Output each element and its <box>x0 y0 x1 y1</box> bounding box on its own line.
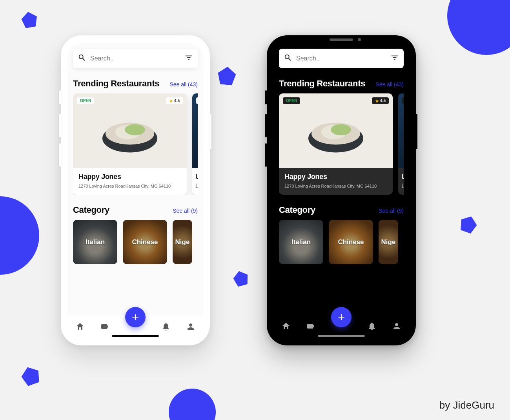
status-badge: OPEN <box>77 97 94 104</box>
nav-notifications[interactable] <box>367 321 377 332</box>
restaurant-name: Happy Jones <box>78 173 181 181</box>
search-input[interactable] <box>90 55 180 62</box>
home-icon <box>75 322 85 331</box>
category-card[interactable]: Nige <box>379 220 398 264</box>
nav-label[interactable] <box>306 321 315 332</box>
notch-camera <box>358 38 361 41</box>
restaurant-address: 12 <box>401 184 404 188</box>
category-card[interactable]: Nige <box>173 220 192 264</box>
nav-label[interactable] <box>100 322 109 333</box>
home-icon <box>281 321 291 331</box>
restaurant-card[interactable]: OPEN 4.5 Happy Jones 1278 Loving Acres R… <box>73 93 187 195</box>
restaurant-image: OPEN 4.5 <box>73 93 187 168</box>
category-label: Chinese <box>338 238 364 246</box>
decoration-pentagon <box>20 11 38 29</box>
star-icon <box>169 99 173 103</box>
category-card[interactable]: Chinese <box>329 220 373 264</box>
category-label: Italian <box>86 238 105 246</box>
trending-title: Trending Restaurants <box>73 79 159 89</box>
restaurant-name: U <box>195 173 198 181</box>
home-indicator <box>112 335 159 337</box>
nav-home[interactable] <box>75 322 85 333</box>
category-title: Category <box>73 205 109 215</box>
decoration-circle <box>0 196 39 275</box>
svg-point-7 <box>331 124 351 135</box>
attribution: by JideGuru <box>439 399 494 411</box>
fab-add[interactable] <box>125 307 146 327</box>
person-icon <box>392 321 401 331</box>
category-see-all[interactable]: See all (9) <box>379 208 404 214</box>
trending-see-all[interactable]: See all (43) <box>375 81 404 88</box>
category-label: Italian <box>291 238 311 246</box>
rating-badge: 4.5 <box>166 97 183 104</box>
nav-profile[interactable] <box>186 322 195 333</box>
search-icon <box>284 53 292 64</box>
decoration-pentagon <box>19 364 42 387</box>
decoration-pentagon <box>458 214 479 235</box>
restaurant-image: OP <box>192 93 198 168</box>
status-badge: OPEN <box>283 97 300 104</box>
rating-value: 4.5 <box>174 99 180 103</box>
rating-badge: 4.5 <box>372 97 389 104</box>
search-icon <box>78 53 86 64</box>
phone-dark: Trending Restaurants See all (43) OPEN 4… <box>267 35 416 345</box>
category-card[interactable]: Italian <box>73 220 117 264</box>
home-indicator <box>318 335 365 337</box>
category-label: Nige <box>175 238 190 246</box>
restaurant-name: U <box>401 173 404 181</box>
plus-icon <box>130 312 140 322</box>
plus-icon <box>336 312 346 322</box>
notch-speaker <box>330 38 353 41</box>
trending-see-all[interactable]: See all (43) <box>169 81 198 88</box>
filter-icon[interactable] <box>390 53 399 64</box>
category-card[interactable]: Chinese <box>123 220 167 264</box>
category-card[interactable]: Italian <box>279 220 323 264</box>
nav-notifications[interactable] <box>161 322 171 333</box>
restaurant-image: OPEN 4.5 <box>279 93 393 168</box>
decoration-circle <box>447 0 510 55</box>
bell-icon <box>367 321 377 331</box>
fab-add[interactable] <box>331 307 352 327</box>
restaurant-address: 1278 Loving Acres RoadKansas City, MO 64… <box>284 184 387 188</box>
category-label: Chinese <box>132 238 158 246</box>
restaurant-name: Happy Jones <box>284 173 387 181</box>
restaurant-image: OP <box>398 93 404 168</box>
category-see-all[interactable]: See all (9) <box>173 208 198 214</box>
decoration-pentagon <box>217 66 237 86</box>
restaurant-card[interactable]: OP U 12 <box>192 93 198 195</box>
decoration-pentagon <box>232 269 250 288</box>
category-title: Category <box>279 205 315 215</box>
person-icon <box>186 322 195 331</box>
restaurant-address: 12 <box>195 184 198 188</box>
label-icon <box>306 321 315 331</box>
nav-profile[interactable] <box>392 321 401 332</box>
search-bar[interactable] <box>73 49 198 68</box>
phone-light: Trending Restaurants See all (43) OPEN 4… <box>61 35 210 345</box>
filter-icon[interactable] <box>184 53 193 64</box>
decoration-circle <box>169 389 216 420</box>
restaurant-card[interactable]: OPEN 4.5 Happy Jones 1278 Loving Acres R… <box>279 93 393 195</box>
search-bar[interactable] <box>279 49 404 68</box>
svg-point-3 <box>125 124 145 135</box>
trending-title: Trending Restaurants <box>279 79 365 89</box>
bell-icon <box>161 322 171 331</box>
rating-value: 4.5 <box>380 99 386 103</box>
category-label: Nige <box>381 238 396 246</box>
star-icon <box>375 99 379 103</box>
label-icon <box>100 322 109 331</box>
restaurant-card[interactable]: OP U 12 <box>398 93 404 195</box>
nav-home[interactable] <box>281 321 291 332</box>
search-input[interactable] <box>296 55 386 62</box>
status-badge: OP <box>402 97 404 104</box>
restaurant-address: 1278 Loving Acres RoadKansas City, MO 64… <box>78 184 181 188</box>
status-badge: OP <box>196 97 198 104</box>
